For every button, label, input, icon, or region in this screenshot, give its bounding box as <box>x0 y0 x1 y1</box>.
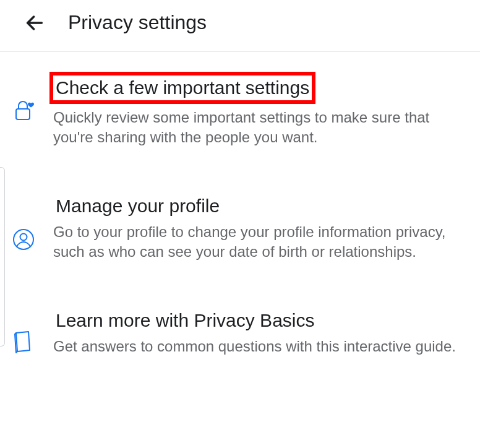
item-body: Check a few important settings Quickly r… <box>41 72 468 148</box>
item-title: Learn more with Privacy Basics <box>53 308 468 333</box>
item-icon-wrap <box>12 194 41 251</box>
list-item-privacy-basics[interactable]: Learn more with Privacy Basics Get answe… <box>12 295 468 370</box>
item-body: Manage your profile Go to your profile t… <box>41 194 468 262</box>
profile-icon <box>12 228 35 251</box>
page-title: Privacy settings <box>68 11 207 34</box>
item-icon-wrap <box>12 72 41 123</box>
header-bar: Privacy settings <box>0 0 480 52</box>
settings-list: Check a few important settings Quickly r… <box>0 52 480 382</box>
svg-point-3 <box>20 233 27 240</box>
item-title: Manage your profile <box>53 194 468 218</box>
item-body: Learn more with Privacy Basics Get answe… <box>41 308 468 356</box>
item-subtitle: Get answers to common questions with thi… <box>53 337 468 356</box>
item-subtitle: Quickly review some important settings t… <box>53 108 468 148</box>
book-icon <box>12 330 33 355</box>
list-item-check-settings[interactable]: Check a few important settings Quickly r… <box>12 58 468 162</box>
item-icon-wrap <box>12 308 41 355</box>
svg-rect-1 <box>16 109 30 119</box>
item-title: Check a few important settings <box>49 72 315 104</box>
back-button[interactable] <box>24 12 46 34</box>
item-subtitle: Go to your profile to change your profil… <box>53 222 468 262</box>
scroll-indicator <box>0 167 5 347</box>
lock-heart-icon <box>12 98 37 123</box>
list-item-manage-profile[interactable]: Manage your profile Go to your profile t… <box>12 180 468 276</box>
arrow-left-icon <box>24 12 45 33</box>
